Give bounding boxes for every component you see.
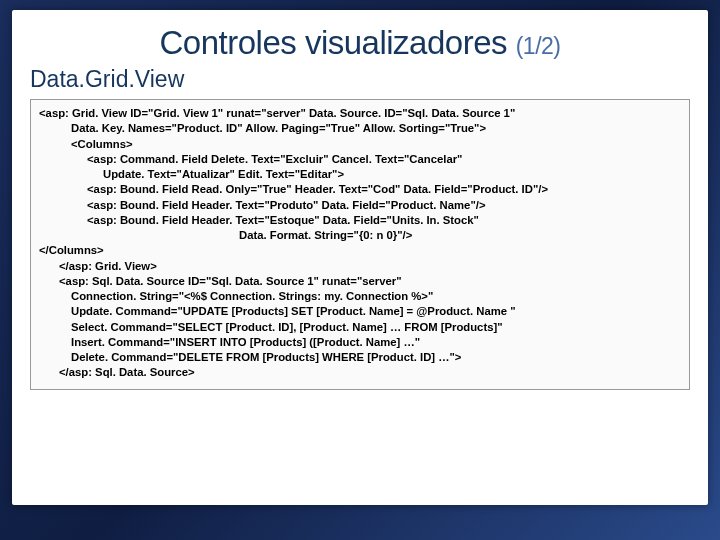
slide-card: Controles visualizadores (1/2) Data.Grid… bbox=[12, 10, 708, 505]
code-line: Insert. Command="INSERT INTO [Products] … bbox=[39, 335, 681, 350]
title-main: Controles visualizadores bbox=[160, 24, 508, 61]
code-line: <Columns> bbox=[39, 137, 681, 152]
code-line: <asp: Command. Field Delete. Text="Exclu… bbox=[39, 152, 681, 167]
code-line: Select. Command="SELECT [Product. ID], [… bbox=[39, 320, 681, 335]
code-block: <asp: Grid. View ID="Grid. View 1" runat… bbox=[30, 99, 690, 390]
code-line: Delete. Command="DELETE FROM [Products] … bbox=[39, 350, 681, 365]
code-line: Data. Key. Names="Product. ID" Allow. Pa… bbox=[39, 121, 681, 136]
code-line: </Columns> bbox=[39, 243, 681, 258]
code-line: <asp: Grid. View ID="Grid. View 1" runat… bbox=[39, 106, 681, 121]
code-line: <asp: Bound. Field Header. Text="Produto… bbox=[39, 198, 681, 213]
title-suffix: (1/2) bbox=[516, 33, 561, 59]
slide-title: Controles visualizadores (1/2) bbox=[30, 24, 690, 62]
code-line: <asp: Bound. Field Header. Text="Estoque… bbox=[39, 213, 681, 228]
code-line: Data. Format. String="{0: n 0}"/> bbox=[39, 228, 681, 243]
code-line: Connection. String="<%$ Connection. Stri… bbox=[39, 289, 681, 304]
code-line: </asp: Grid. View> bbox=[39, 259, 681, 274]
code-line: </asp: Sql. Data. Source> bbox=[39, 365, 681, 380]
code-line: <asp: Bound. Field Read. Only="True" Hea… bbox=[39, 182, 681, 197]
code-line: <asp: Sql. Data. Source ID="Sql. Data. S… bbox=[39, 274, 681, 289]
code-line: Update. Command="UPDATE [Products] SET [… bbox=[39, 304, 681, 319]
code-line: Update. Text="Atualizar" Edit. Text="Edi… bbox=[39, 167, 681, 182]
slide-subtitle: Data.Grid.View bbox=[30, 66, 690, 93]
